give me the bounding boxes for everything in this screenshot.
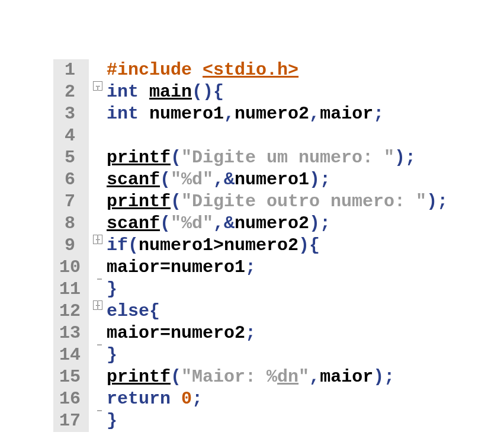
code-content: } <box>107 279 117 300</box>
code-line: 2−int main(){ <box>53 81 448 103</box>
line-number: 17 <box>53 410 89 432</box>
fold-gutter: − <box>89 300 107 310</box>
fold-gutter: − <box>89 235 107 244</box>
line-number: 11 <box>53 279 89 300</box>
code-line: 11} <box>53 279 448 300</box>
line-number: 7 <box>53 191 89 213</box>
line-number: 9 <box>53 235 89 257</box>
code-content: if(numero1>numero2){ <box>107 235 320 257</box>
code-content: } <box>107 344 117 366</box>
code-line: 3int numero1,numero2,maior; <box>53 103 448 125</box>
line-number: 1 <box>53 59 89 81</box>
code-line: 9−if(numero1>numero2){ <box>53 235 448 257</box>
line-number: 2 <box>53 81 89 103</box>
code-content: int numero1,numero2,maior; <box>107 103 384 125</box>
code-line: 14} <box>53 344 448 366</box>
code-content: printf("Maior: %dn",maior); <box>107 366 394 388</box>
line-number: 16 <box>53 388 89 410</box>
line-number: 10 <box>53 257 89 279</box>
line-number: 15 <box>53 366 89 388</box>
code-line: 17} <box>53 410 448 432</box>
code-content: } <box>107 410 117 432</box>
line-number: 14 <box>53 344 89 366</box>
code-content: return 0; <box>107 388 203 410</box>
code-line: 4 <box>53 125 448 147</box>
code-content: else{ <box>107 300 160 322</box>
code-line: 6scanf("%d",&numero1); <box>53 169 448 191</box>
code-line: 1#include <stdio.h> <box>53 59 448 81</box>
code-content: scanf("%d",&numero1); <box>107 169 330 191</box>
code-line: 13maior=numero2; <box>53 322 448 344</box>
code-line: 7printf("Digite outro numero: "); <box>53 191 448 213</box>
code-content: int main(){ <box>107 81 224 103</box>
code-line: 8scanf("%d",&numero2); <box>53 213 448 235</box>
code-content: maior=numero1; <box>107 257 256 279</box>
code-line: 10maior=numero1; <box>53 257 448 279</box>
code-content: printf("Digite outro numero: "); <box>107 191 448 213</box>
code-line: 15printf("Maior: %dn",maior); <box>53 366 448 388</box>
line-number: 13 <box>53 322 89 344</box>
line-number: 3 <box>53 103 89 125</box>
code-content: maior=numero2; <box>107 322 256 344</box>
code-line: 12−else{ <box>53 300 448 322</box>
line-number: 6 <box>53 169 89 191</box>
fold-gutter: − <box>89 81 107 91</box>
code-editor: 1#include <stdio.h>2−int main(){3int num… <box>53 59 448 432</box>
code-line: 5printf("Digite um numero: "); <box>53 147 448 169</box>
line-number: 8 <box>53 213 89 235</box>
code-content: #include <stdio.h> <box>107 59 298 81</box>
line-number: 5 <box>53 147 89 169</box>
line-number: 12 <box>53 300 89 322</box>
code-line: 16return 0; <box>53 388 448 410</box>
code-content: scanf("%d",&numero2); <box>107 213 330 235</box>
line-number: 4 <box>53 125 89 147</box>
code-content: printf("Digite um numero: "); <box>107 147 416 169</box>
